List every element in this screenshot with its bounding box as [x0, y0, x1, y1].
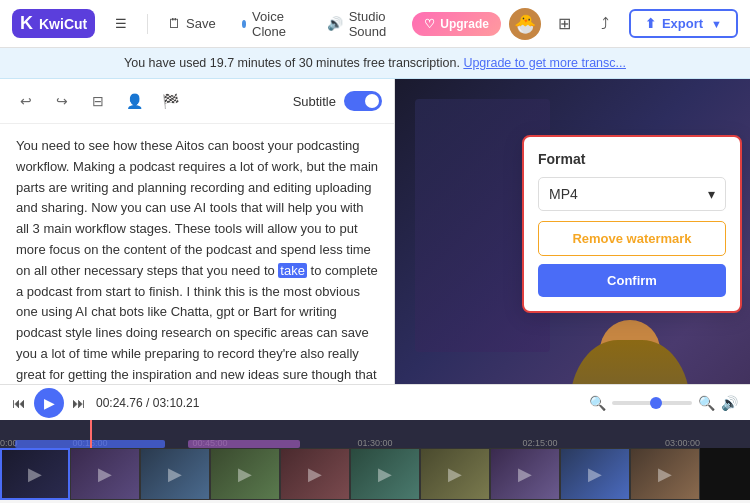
- thumb-bg-6: ▶: [351, 449, 419, 499]
- thumbnail-10[interactable]: ▶: [630, 448, 700, 500]
- highlight-word: take: [278, 263, 307, 278]
- thumb-icon-10: ▶: [658, 463, 672, 485]
- thumb-icon-8: ▶: [518, 463, 532, 485]
- nav-center: Voice Clone 🔊 Studio Sound ♡ Upgrade: [232, 5, 501, 43]
- thumb-icon-7: ▶: [448, 463, 462, 485]
- export-popup: Format MP4 ▾ Remove watermark Confirm: [522, 135, 742, 313]
- thumbnail-5[interactable]: ▶: [280, 448, 350, 500]
- studio-sound-button[interactable]: 🔊 Studio Sound: [317, 5, 397, 43]
- undo-button[interactable]: ↩: [12, 87, 40, 115]
- thumbnail-strip: ▶ ▶ ▶ ▶ ▶: [0, 448, 750, 500]
- play-pause-button[interactable]: ▶: [34, 388, 64, 418]
- layout-icon-button[interactable]: ⊟: [84, 87, 112, 115]
- thumb-bg-5: ▶: [281, 449, 349, 499]
- volume-icon[interactable]: 🔊: [721, 395, 738, 411]
- voice-clone-dot: [242, 20, 246, 28]
- timeline-mark-4: 02:15:00: [522, 438, 557, 448]
- filter-icon-button[interactable]: 🏁: [156, 87, 184, 115]
- app-name: KwiCut: [39, 16, 87, 32]
- thumb-bg-9: ▶: [561, 449, 629, 499]
- upgrade-label: Upgrade: [440, 17, 489, 31]
- thumb-bg-4: ▶: [211, 449, 279, 499]
- thumbnail-3[interactable]: ▶: [140, 448, 210, 500]
- timeline-mark-5: 03:00:00: [665, 438, 700, 448]
- export-upload-icon: ⬆: [645, 16, 656, 31]
- timeline: 00:00:00 00:15:00 00:45:00 01:30:00 02:1…: [0, 420, 750, 448]
- thumbnail-2[interactable]: ▶: [70, 448, 140, 500]
- zoom-in-icon[interactable]: 🔍: [698, 395, 715, 411]
- save-icon: 🗒: [168, 16, 181, 31]
- thumb-icon-3: ▶: [168, 463, 182, 485]
- thumb-icon-9: ▶: [588, 463, 602, 485]
- playhead: [90, 420, 92, 448]
- timeline-segment-2: [188, 440, 301, 448]
- format-dropdown-icon: ▾: [708, 186, 715, 202]
- time-display: 00:24.76 / 03:10.21: [96, 396, 199, 410]
- voice-clone-label: Voice Clone: [252, 9, 291, 39]
- subtitle-label: Subtitle: [293, 94, 336, 109]
- logo-letter: K: [20, 13, 33, 34]
- thumb-icon-6: ▶: [378, 463, 392, 485]
- remove-watermark-button[interactable]: Remove watermark: [538, 221, 726, 256]
- play-controls: ⏮ ▶ ⏭: [12, 388, 86, 418]
- total-time: 03:10.21: [153, 396, 200, 410]
- usage-banner: You have used 19.7 minutes of 30 minutes…: [0, 48, 750, 79]
- thumbnail-8[interactable]: ▶: [490, 448, 560, 500]
- save-button[interactable]: 🗒 Save: [160, 12, 224, 35]
- time-separator: /: [146, 396, 153, 410]
- transcript-toolbar: ↩ ↪ ⊟ 👤 🏁 Subtitle: [0, 79, 394, 124]
- thumb-icon-1: ▶: [28, 463, 42, 485]
- heart-icon: ♡: [424, 17, 435, 31]
- subtitle-toggle[interactable]: [344, 91, 382, 111]
- zoom-slider[interactable]: [612, 401, 692, 405]
- zoom-out-icon[interactable]: 🔍: [589, 395, 606, 411]
- save-label: Save: [186, 16, 216, 31]
- top-navigation: K KwiCut ☰ 🗒 Save Voice Clone 🔊 Studio S…: [0, 0, 750, 48]
- voice-clone-button[interactable]: Voice Clone: [232, 5, 301, 43]
- export-arrow-icon: ▼: [711, 18, 722, 30]
- thumb-bg-2: ▶: [71, 449, 139, 499]
- thumb-bg-10: ▶: [631, 449, 699, 499]
- add-speaker-button[interactable]: 👤: [120, 87, 148, 115]
- studio-sound-label: Studio Sound: [349, 9, 387, 39]
- avatar-button[interactable]: 🐣: [509, 8, 541, 40]
- export-label: Export: [662, 16, 703, 31]
- thumb-icon-5: ▶: [308, 463, 322, 485]
- current-time: 00:24.76: [96, 396, 143, 410]
- thumb-bg-7: ▶: [421, 449, 489, 499]
- app-logo[interactable]: K KwiCut: [12, 9, 95, 38]
- thumb-bg-3: ▶: [141, 449, 209, 499]
- hamburger-icon: ☰: [115, 16, 127, 31]
- bottom-controls: ⏮ ▶ ⏭ 00:24.76 / 03:10.21 🔍 🔍 🔊 00:00:00: [0, 384, 750, 500]
- share-icon[interactable]: ⤴: [589, 8, 621, 40]
- export-button[interactable]: ⬆ Export ▼: [629, 9, 738, 38]
- redo-button[interactable]: ↪: [48, 87, 76, 115]
- thumbnail-4[interactable]: ▶: [210, 448, 280, 500]
- playback-bar: ⏮ ▶ ⏭ 00:24.76 / 03:10.21 🔍 🔍 🔊: [0, 384, 750, 420]
- template-icon[interactable]: ⊞: [549, 8, 581, 40]
- upgrade-button[interactable]: ♡ Upgrade: [412, 12, 501, 36]
- thumb-icon-4: ▶: [238, 463, 252, 485]
- banner-text: You have used 19.7 minutes of 30 minutes…: [124, 56, 460, 70]
- thumbnail-6[interactable]: ▶: [350, 448, 420, 500]
- next-button[interactable]: ⏭: [72, 395, 86, 411]
- banner-upgrade-link[interactable]: Upgrade to get more transc...: [463, 56, 626, 70]
- nav-right: 🐣 ⊞ ⤴ ⬆ Export ▼: [509, 8, 738, 40]
- format-select[interactable]: MP4 ▾: [538, 177, 726, 211]
- thumbnail-9[interactable]: ▶: [560, 448, 630, 500]
- zoom-thumb: [650, 397, 662, 409]
- format-value: MP4: [549, 186, 578, 202]
- thumb-icon-2: ▶: [98, 463, 112, 485]
- nav-divider-1: [147, 14, 148, 34]
- studio-sound-icon: 🔊: [327, 16, 343, 31]
- main-area: ↩ ↪ ⊟ 👤 🏁 Subtitle You need to see how t…: [0, 79, 750, 500]
- thumb-bg-8: ▶: [491, 449, 559, 499]
- previous-button[interactable]: ⏮: [12, 395, 26, 411]
- thumbnail-7[interactable]: ▶: [420, 448, 490, 500]
- timeline-mark-3: 01:30:00: [357, 438, 392, 448]
- timeline-controls: 🔍 🔍 🔊: [589, 395, 738, 411]
- thumbnail-1[interactable]: ▶: [0, 448, 70, 500]
- confirm-button[interactable]: Confirm: [538, 264, 726, 297]
- popup-title: Format: [538, 151, 726, 167]
- hamburger-menu[interactable]: ☰: [107, 12, 135, 35]
